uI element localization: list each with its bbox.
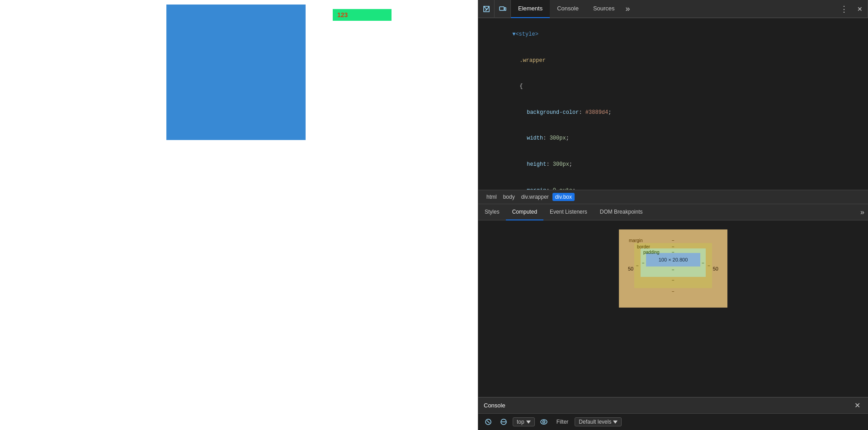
sub-tab-computed[interactable]: Computed xyxy=(506,204,543,220)
console-block-button[interactable] xyxy=(497,416,510,428)
console-clear-button[interactable] xyxy=(482,416,495,428)
device-toolbar-button[interactable] xyxy=(495,0,511,18)
code-line-brace-open-1[interactable]: { xyxy=(478,74,868,100)
console-input-bar: top Filter Default levels xyxy=(478,414,868,430)
console-toolbar: Console ✕ xyxy=(478,397,868,414)
breadcrumb-bar: html body div.wrapper div.box xyxy=(478,190,868,204)
margin-label: margin xyxy=(629,238,643,243)
sub-tab-dom-breakpoints[interactable]: DOM Breakpoints xyxy=(594,204,649,220)
margin-left-value: 50 xyxy=(628,266,633,271)
padding-left-value: − xyxy=(642,260,645,265)
devtools-tabs-more[interactable]: » xyxy=(622,0,634,18)
svg-line-3 xyxy=(487,421,490,423)
sub-tabs-bar: Styles Computed Event Listeners DOM Brea… xyxy=(478,204,868,220)
sub-tab-event-listeners[interactable]: Event Listeners xyxy=(543,204,594,220)
preview-text: 123 xyxy=(337,11,348,19)
box-model-diagram: margin − 50 50 border − − − padding − − … xyxy=(619,229,727,308)
code-line-margin-auto[interactable]: margin: 0 auto; xyxy=(478,178,868,190)
devtools-close-button[interactable]: ✕ xyxy=(852,0,868,18)
devtools-tabs: Elements Console Sources » xyxy=(511,0,836,18)
console-level-select[interactable]: top xyxy=(513,417,535,426)
svg-rect-0 xyxy=(500,7,504,10)
padding-box: padding − − − 100 × 20.800 − xyxy=(641,248,706,277)
tab-sources[interactable]: Sources xyxy=(586,0,622,18)
console-level-chevron-icon xyxy=(526,421,531,424)
code-line-wrapper-selector[interactable]: .wrapper xyxy=(478,48,868,74)
code-line-style[interactable]: ▼<style> xyxy=(478,22,868,48)
margin-bottom-value: − xyxy=(634,289,712,294)
devtools-toolbar: Elements Console Sources » ⋮ ✕ xyxy=(478,0,868,18)
preview-green-bar: 123 xyxy=(333,9,392,21)
sub-tab-styles[interactable]: Styles xyxy=(478,204,506,220)
breadcrumb-div-box[interactable]: div.box xyxy=(552,193,575,201)
console-eye-button[interactable] xyxy=(538,416,550,428)
console-default-levels-chevron-icon xyxy=(613,421,618,424)
console-title: Console xyxy=(484,402,505,409)
code-line-height-300[interactable]: height: 300px; xyxy=(478,152,868,178)
console-filter-label: Filter xyxy=(553,418,572,426)
tab-elements[interactable]: Elements xyxy=(511,0,550,18)
border-bottom-value: − xyxy=(641,278,706,283)
content-box: 100 × 20.800 xyxy=(646,253,700,266)
devtools-panel: Elements Console Sources » ⋮ ✕ ▼<style> … xyxy=(478,0,868,430)
inspect-element-button[interactable] xyxy=(478,0,495,18)
preview-panel: 123 xyxy=(0,0,478,430)
breadcrumb-div-wrapper[interactable]: div.wrapper xyxy=(519,193,552,201)
console-area: Console ✕ top xyxy=(478,397,868,430)
svg-point-6 xyxy=(541,420,547,424)
computed-area: margin − 50 50 border − − − padding − − … xyxy=(478,220,868,397)
code-line-width-300[interactable]: width: 300px; xyxy=(478,126,868,152)
svg-rect-1 xyxy=(505,8,506,10)
console-default-levels-text: Default levels xyxy=(579,419,611,425)
console-input-top: top xyxy=(517,419,524,425)
padding-top-value: − xyxy=(672,250,675,255)
console-close-button[interactable]: ✕ xyxy=(852,400,863,411)
breadcrumb-body[interactable]: body xyxy=(500,193,518,201)
sub-tabs-more[interactable]: » xyxy=(857,204,868,220)
border-box: border − − − padding − − − 100 × 20.800 xyxy=(634,243,712,288)
padding-right-value: − xyxy=(702,260,704,265)
padding-bottom-value: − xyxy=(646,267,700,272)
console-default-levels-select[interactable]: Default levels xyxy=(575,417,622,426)
tab-console[interactable]: Console xyxy=(550,0,586,18)
border-left-value: − xyxy=(636,263,639,268)
margin-right-value: 50 xyxy=(713,266,718,271)
preview-blue-box: 123 xyxy=(166,5,306,140)
devtools-settings-button[interactable]: ⋮ xyxy=(836,4,852,14)
margin-top-value: − xyxy=(672,238,675,243)
margin-box: margin − 50 50 border − − − padding − − … xyxy=(626,237,720,300)
breadcrumb-html[interactable]: html xyxy=(484,193,500,201)
border-right-value: − xyxy=(708,263,710,268)
svg-point-7 xyxy=(542,421,545,423)
padding-label: padding xyxy=(643,250,660,255)
elements-code-area[interactable]: ▼<style> .wrapper { background-color: #3… xyxy=(478,18,868,190)
code-line-bg-color[interactable]: background-color: #3889d4; xyxy=(478,100,868,126)
content-size: 100 × 20.800 xyxy=(659,257,688,262)
